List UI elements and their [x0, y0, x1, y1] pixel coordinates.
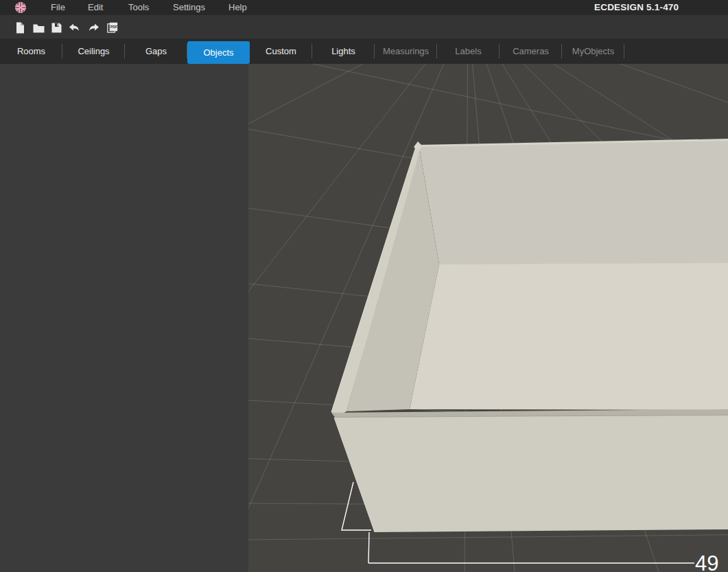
pdf-icon: PDF: [106, 21, 119, 34]
export-pdf-button[interactable]: PDF: [106, 21, 119, 34]
new-document-button[interactable]: [13, 21, 27, 34]
tab-lights[interactable]: Lights: [312, 38, 375, 64]
face-back-wall-interior: [419, 141, 728, 264]
tab-labels: Labels: [437, 38, 500, 64]
tab-bar: Rooms Ceilings Gaps Objects Custom Light…: [0, 38, 728, 64]
tab-custom[interactable]: Custom: [250, 38, 312, 64]
menu-help[interactable]: Help: [228, 0, 247, 15]
toolbar: PDF: [0, 15, 728, 38]
pdf-glyph-text: PDF: [110, 25, 118, 29]
undo-button[interactable]: [67, 21, 81, 34]
tab-measurings: Measurings: [375, 38, 437, 64]
save-icon: [50, 21, 63, 34]
tab-gaps[interactable]: Gaps: [125, 38, 187, 64]
face-front-wall-exterior: [334, 415, 728, 532]
open-folder-icon: [32, 21, 45, 34]
objects-panel: [0, 64, 248, 572]
open-button[interactable]: [32, 21, 45, 34]
viewport-3d[interactable]: 49: [248, 64, 728, 572]
scene-canvas: 49: [248, 64, 728, 572]
tab-ceilings[interactable]: Ceilings: [62, 38, 125, 64]
extension-line: [368, 532, 369, 563]
menu-file[interactable]: File: [51, 0, 65, 15]
menu-settings[interactable]: Settings: [173, 0, 205, 15]
redo-button[interactable]: [87, 21, 101, 34]
menu-edit[interactable]: Edit: [88, 0, 103, 15]
new-document-icon: [14, 21, 27, 34]
app-title: ECDESIGN 5.1-470: [594, 0, 679, 15]
tab-rooms[interactable]: Rooms: [0, 38, 62, 64]
dimension-label: 49: [695, 551, 718, 572]
save-button[interactable]: [49, 21, 63, 34]
language-flag-icon[interactable]: [15, 2, 26, 13]
menu-tools[interactable]: Tools: [128, 0, 149, 15]
undo-icon: [67, 21, 81, 34]
redo-icon: [87, 21, 101, 34]
menu-bar: File Edit Tools Settings Help ECDESIGN 5…: [0, 0, 728, 15]
face-floor: [410, 263, 728, 410]
tab-objects[interactable]: Objects: [187, 41, 250, 64]
tab-myobjects: MyObjects: [562, 38, 624, 64]
tab-cameras: Cameras: [500, 38, 562, 64]
